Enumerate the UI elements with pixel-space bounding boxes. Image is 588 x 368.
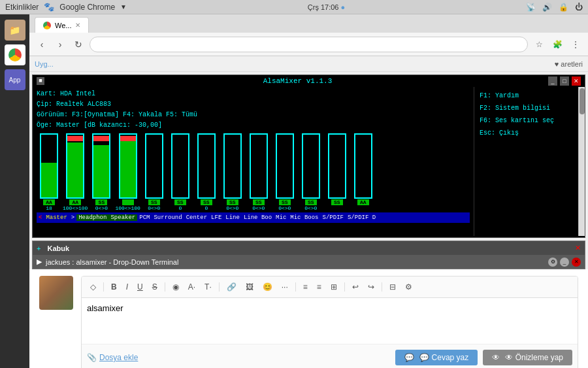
alsamixer-maximize[interactable]: □ — [560, 76, 569, 86]
ch-badge-lineboo: SS — [253, 199, 265, 205]
ch-badge-spdif: SS — [331, 199, 343, 205]
ch-label-lineboo[interactable]: Line Boo — [242, 214, 274, 221]
editor-btn-emoji[interactable]: 😊 — [259, 280, 276, 293]
ch-label-arrow: > — [69, 214, 76, 221]
ch-value-lineboo: 0<>0 — [252, 205, 265, 211]
extension-icon[interactable]: 🧩 — [550, 37, 564, 52]
network-icon: 📡 — [526, 3, 536, 12]
editor-btn-color[interactable]: ◉ — [169, 280, 182, 293]
editor-btn-undo[interactable]: ↩ — [349, 280, 362, 293]
editor-btn-redo[interactable]: ↪ — [365, 280, 378, 293]
alsamixer-minimize[interactable]: _ — [548, 76, 557, 86]
editor-btn-bold[interactable]: B — [108, 280, 120, 293]
top-bar: Etkinlikler 🐾 Google Chrome ▼ Çrş 17:06 … — [0, 0, 588, 14]
channel-mic[interactable]: SS 0<>0 — [272, 133, 297, 211]
ch-label-spdif[interactable]: S/PDIF — [321, 214, 346, 221]
mixer-channels: AA 18 AA 100<>100 — [37, 133, 470, 211]
ch-label-line[interactable]: Line — [223, 214, 242, 221]
editor-btn-link[interactable]: 🔗 — [223, 280, 240, 293]
channel-lfe[interactable]: SS 0 — [194, 133, 219, 211]
channel-center[interactable]: SS 0 — [168, 133, 193, 211]
editor-btn-list-ol[interactable]: ≡ — [314, 280, 325, 293]
editor-btn-size[interactable]: T· — [201, 280, 215, 293]
channel-surround[interactable]: SS 0<>0 — [142, 133, 167, 211]
channel-micboos[interactable]: SS 0<>0 — [299, 133, 323, 211]
channel-labels-bar: < Master > Headphon Speaker PCM Surround… — [37, 212, 470, 223]
ch-label-center[interactable]: Center — [184, 214, 209, 221]
editor-content-area[interactable]: alsamixer — [82, 298, 578, 344]
sidebar-app-icon-1[interactable]: App — [5, 69, 25, 90]
ch-label-spdifd[interactable]: S/PDIF D — [346, 214, 378, 221]
editor-btn-settings[interactable]: ⚙ — [402, 280, 416, 293]
terminal-settings-btn[interactable]: ⚙ — [548, 258, 557, 267]
preview-button[interactable]: 👁 👁 Önizleme yap — [483, 350, 572, 365]
editor-btn-image[interactable]: 🖼 — [242, 280, 257, 293]
ch-value-surround: 0<>0 — [148, 205, 160, 211]
alsamixer-scrollbar[interactable] — [578, 87, 585, 236]
channel-spdif[interactable]: SS — [325, 133, 350, 211]
back-button[interactable]: ‹ — [35, 37, 49, 52]
ch-label-micboos[interactable]: Mic Boos — [288, 214, 320, 221]
ch-label-master[interactable]: Master — [44, 214, 69, 221]
editor-btn-list-ul[interactable]: ≡ — [300, 280, 311, 293]
chrome-dropdown[interactable]: ▼ — [120, 3, 127, 10]
terminal-minimize-btn[interactable]: _ — [560, 258, 569, 267]
editor-btn-quote[interactable]: ◇ — [87, 280, 99, 293]
channel-line[interactable]: SS 0<>0 — [220, 133, 245, 211]
alsamixer-info: Kart: HDA Intel Çip: Realtek ALC883 Görü… — [37, 89, 470, 131]
ch-label-lfe[interactable]: LFE — [209, 214, 223, 221]
lock-icon: 🔒 — [559, 3, 568, 12]
attach-file-button[interactable]: 📎 Dosya ekle — [87, 353, 138, 362]
editor-btn-underline[interactable]: U — [134, 280, 146, 293]
sidebar-files-icon[interactable]: 📁 — [5, 20, 25, 41]
chrome-tab-label[interactable]: Google Chrome — [59, 3, 115, 12]
alsamixer-main: Kart: HDA Intel Çip: Realtek ALC883 Görü… — [33, 87, 474, 236]
editor-btn-strike[interactable]: S — [149, 280, 161, 293]
help-f2: F2: Sistem bilgisi — [480, 102, 573, 114]
terminal-close-btn[interactable]: ✕ — [572, 258, 581, 267]
tab-close-btn[interactable]: ✕ — [75, 22, 80, 29]
alsamixer-window-controls: _ □ ✕ — [548, 76, 581, 86]
alsamixer-close[interactable]: ✕ — [572, 76, 581, 86]
editor-btn-more[interactable]: ··· — [278, 280, 291, 293]
editor-toolbar: ◇ B I U S ◉ A· T· 🔗 🖼 😊 ·· — [82, 276, 578, 298]
menu-icon[interactable]: ⋮ — [568, 37, 583, 52]
terminal-icon: ▶ — [37, 258, 42, 266]
reply-button[interactable]: 💬 💬 Cevap yaz — [395, 350, 478, 365]
preview-label: 👁 Önizleme yap — [505, 353, 563, 362]
reload-button[interactable]: ↻ — [71, 37, 86, 52]
channel-lineboo[interactable]: SS 0<>0 — [246, 133, 271, 211]
kabuk-close-btn[interactable]: ✕ — [575, 244, 581, 252]
sidebar-chrome-icon[interactable] — [5, 44, 25, 65]
channel-pcm[interactable]: 100<>100 — [115, 133, 140, 211]
address-bar[interactable] — [90, 37, 528, 52]
editor-btn-view[interactable]: ⊟ — [386, 280, 399, 293]
ch-value-speaker: 0<>0 — [95, 205, 108, 211]
editor-btn-font[interactable]: A· — [185, 280, 199, 293]
channel-speaker[interactable]: SS 0<>0 — [89, 133, 114, 211]
channel-headphon[interactable]: AA 100<>100 — [63, 133, 88, 211]
scrollbar-thumb[interactable] — [580, 88, 585, 114]
alsamixer-icon: ■ — [37, 77, 44, 85]
browser-tab[interactable]: We... ✕ — [35, 17, 89, 33]
ch-label-headphon[interactable]: Headphon — [76, 214, 108, 221]
user-avatar — [39, 276, 73, 310]
ch-label-surround[interactable]: Surround — [152, 214, 184, 221]
forward-button[interactable]: › — [53, 37, 67, 52]
power-icon: ⏻ — [575, 3, 583, 12]
channel-spdifd[interactable]: AA — [351, 133, 376, 211]
activities-label[interactable]: Etkinlikler — [5, 3, 39, 12]
ch-label-mic[interactable]: Mic — [274, 214, 288, 221]
ch-badge-mic: SS — [279, 199, 291, 205]
channel-master[interactable]: AA 18 — [37, 133, 61, 211]
bookmark-icon[interactable]: ☆ — [532, 37, 546, 52]
help-f1: F1: Yardım — [480, 90, 573, 102]
top-bar-center: Çrş 17:06 ● — [127, 3, 526, 11]
ch-label-speaker[interactable]: Speaker — [108, 214, 137, 221]
editor-btn-table[interactable]: ⊞ — [327, 280, 340, 293]
top-bar-right: 📡 🔊 🔒 ⏻ — [526, 3, 583, 12]
ch-label-pcm[interactable]: PCM — [137, 214, 152, 221]
editor-btn-italic[interactable]: I — [123, 280, 131, 293]
alsamixer-kart: Kart: HDA Intel — [37, 89, 470, 99]
kabuk-plus-icon[interactable]: + — [37, 244, 41, 252]
